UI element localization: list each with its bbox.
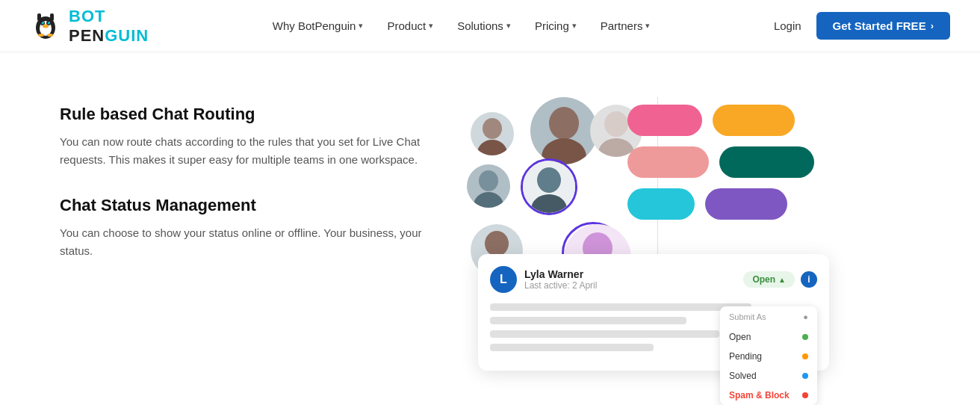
- status-dot-green: [802, 334, 808, 340]
- svg-point-16: [477, 140, 507, 155]
- nav-solutions[interactable]: Solutions ▾: [457, 19, 511, 32]
- bar-salmon: [627, 146, 709, 178]
- svg-point-20: [474, 192, 503, 208]
- login-button[interactable]: Login: [774, 19, 801, 32]
- avatar-ring-container: [523, 161, 575, 213]
- status-dropdown: Submit As ● Open Pending Solved Spam & B…: [720, 306, 817, 405]
- dropdown-item-spam[interactable]: Spam & Block: [720, 386, 817, 405]
- nav-pricing[interactable]: Pricing ▾: [535, 19, 577, 32]
- bar-purple: [705, 188, 787, 220]
- info-icon[interactable]: i: [801, 271, 817, 288]
- bar-row-3: [627, 188, 814, 220]
- status-dot-orange: [802, 353, 808, 359]
- dot-indicator: ●: [803, 312, 808, 321]
- skeleton-line: [490, 344, 654, 351]
- chat-user-sub: Last active: 2 April: [524, 280, 597, 291]
- svg-point-12: [48, 22, 50, 24]
- caret-icon: ▲: [778, 276, 786, 284]
- chat-avatar: L: [490, 266, 517, 293]
- dropdown-item-open[interactable]: Open: [720, 327, 817, 347]
- section1-title: Rule based Chat Routing: [60, 105, 448, 124]
- section1-desc: You can now route chats according to the…: [60, 133, 448, 169]
- chat-panel: L Lyla Warner Last active: 2 April Open …: [478, 254, 829, 371]
- svg-point-8: [47, 34, 53, 37]
- status-dot-blue: [802, 373, 808, 379]
- svg-rect-10: [50, 13, 54, 21]
- avatar: [471, 112, 514, 155]
- skeleton-line: [490, 317, 686, 324]
- svg-point-19: [479, 170, 498, 191]
- main-content: Rule based Chat Routing You can now rout…: [0, 52, 980, 405]
- get-started-button[interactable]: Get Started FREE ›: [816, 12, 950, 40]
- bar-teal-dark: [719, 146, 814, 178]
- chat-user-name: Lyla Warner: [524, 268, 597, 280]
- bar-orange: [713, 105, 795, 136]
- skeleton-line: [490, 330, 719, 338]
- chat-header-actions: Open ▲ i: [743, 271, 817, 288]
- skeleton-line: [490, 303, 751, 311]
- chat-header: L Lyla Warner Last active: 2 April Open …: [490, 266, 817, 293]
- bar-row-1: [627, 105, 814, 136]
- nav-actions: Login Get Started FREE ›: [774, 12, 950, 40]
- avatar: [523, 161, 575, 213]
- nav-links: Why BotPenguin ▾ Product ▾ Solutions ▾ P…: [273, 19, 651, 32]
- svg-point-21: [537, 167, 561, 193]
- open-status-badge[interactable]: Open ▲: [743, 271, 795, 288]
- bar-row-2: [627, 146, 814, 178]
- svg-point-15: [483, 118, 502, 139]
- nav-product[interactable]: Product ▾: [387, 19, 433, 32]
- dropdown-item-solved[interactable]: Solved: [720, 366, 817, 386]
- status-dot-red: [802, 392, 808, 398]
- svg-point-13: [549, 107, 579, 140]
- bar-cyan: [627, 188, 695, 220]
- section2-title: Chat Status Management: [60, 196, 448, 215]
- logo-text: BOT: [69, 7, 149, 26]
- chevron-down-icon: ▾: [506, 21, 511, 31]
- logo[interactable]: BOT PENGUIN: [30, 7, 149, 46]
- nav-partners[interactable]: Partners ▾: [601, 19, 651, 32]
- svg-point-17: [604, 111, 628, 137]
- nav-why-botpenguin[interactable]: Why BotPenguin ▾: [273, 19, 364, 32]
- navbar: BOT PENGUIN Why BotPenguin ▾ Product ▾ S…: [0, 0, 980, 52]
- svg-point-6: [43, 24, 49, 28]
- avatar: [530, 97, 598, 164]
- bar-pink: [627, 105, 702, 136]
- arrow-icon: ›: [931, 20, 934, 31]
- logo-text-2: PENGUIN: [69, 26, 149, 46]
- dropdown-item-pending[interactable]: Pending: [720, 347, 817, 366]
- svg-point-25: [485, 231, 509, 256]
- svg-point-7: [38, 34, 44, 37]
- svg-point-11: [42, 22, 44, 24]
- logo-icon: [30, 10, 61, 42]
- chevron-down-icon: ▾: [572, 21, 577, 31]
- chevron-down-icon: ▾: [645, 21, 650, 31]
- chevron-down-icon: ▾: [429, 21, 433, 31]
- svg-rect-9: [37, 13, 41, 21]
- chevron-down-icon: ▾: [359, 21, 363, 31]
- avatar: [467, 164, 510, 208]
- dropdown-header: Submit As ●: [720, 306, 817, 327]
- bars-panel: [627, 105, 814, 230]
- right-visual: L Lyla Warner Last active: 2 April Open …: [463, 90, 920, 404]
- section2-desc: You can choose to show your status onlin…: [60, 224, 448, 260]
- chat-user-info: L Lyla Warner Last active: 2 April: [490, 266, 597, 293]
- left-content: Rule based Chat Routing You can now rout…: [60, 90, 448, 287]
